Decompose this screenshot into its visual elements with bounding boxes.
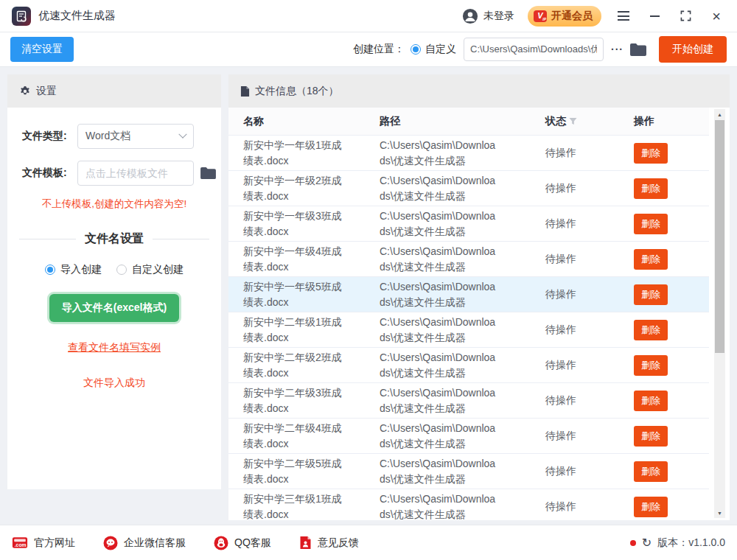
file-name-cell: 新安中学一年级5班成绩表.docx xyxy=(243,279,348,310)
delete-button[interactable]: 删除 xyxy=(634,461,668,482)
column-header-action: 操作 xyxy=(634,115,709,128)
feedback-link[interactable]: 意见反馈 xyxy=(299,536,359,550)
import-create-radio[interactable]: 导入创建 xyxy=(45,263,102,276)
clear-settings-button[interactable]: 清空设置 xyxy=(10,37,74,62)
delete-button[interactable]: 删除 xyxy=(634,391,668,411)
file-type-select[interactable]: Word文档 xyxy=(77,124,194,149)
maximize-button[interactable] xyxy=(677,7,694,25)
browse-ellipsis-button[interactable]: ··· xyxy=(611,43,624,55)
template-label: 文件模板: xyxy=(22,167,77,180)
file-type-value: Word文档 xyxy=(85,130,130,143)
table-scrollbar[interactable]: ▲ ▼ xyxy=(714,109,725,518)
file-path-cell: C:\Users\Qasim\Downloads\优速文件生成器 xyxy=(380,315,497,346)
version-label: 版本：v1.1.0.0 xyxy=(657,536,725,550)
delete-button[interactable]: 删除 xyxy=(634,355,668,376)
output-path-input[interactable] xyxy=(464,38,604,61)
table-row: 新安中学二年级5班成绩表.docx C:\Users\Qasim\Downloa… xyxy=(228,454,709,489)
file-type-label: 文件类型: xyxy=(22,130,77,143)
column-header-status[interactable]: 状态 xyxy=(545,115,634,128)
qq-icon xyxy=(214,536,228,550)
template-folder-button[interactable] xyxy=(200,167,217,180)
file-status-cell: 待操作 xyxy=(545,359,576,371)
file-path-cell: C:\Users\Qasim\Downloads\优速文件生成器 xyxy=(380,279,497,310)
open-folder-button[interactable] xyxy=(629,43,647,57)
table-row: 新安中学二年级2班成绩表.docx C:\Users\Qasim\Downloa… xyxy=(228,348,709,383)
file-name-cell: 新安中学二年级1班成绩表.docx xyxy=(243,315,348,346)
radio-unchecked-icon xyxy=(116,265,127,275)
delete-button[interactable]: 删除 xyxy=(634,320,668,340)
app-logo-icon xyxy=(12,7,31,26)
scroll-up-icon[interactable]: ▲ xyxy=(714,109,725,119)
app-title: 优速文件生成器 xyxy=(38,9,116,23)
table-row: 新安中学一年级1班成绩表.docx C:\Users\Qasim\Downloa… xyxy=(228,136,709,171)
custom-location-label: 自定义 xyxy=(425,43,456,56)
dot-com-icon: .com xyxy=(12,536,28,549)
table-row: 新安中学二年级1班成绩表.docx C:\Users\Qasim\Downloa… xyxy=(228,312,709,348)
table-row: 新安中学一年级3班成绩表.docx C:\Users\Qasim\Downloa… xyxy=(228,206,709,242)
file-path-cell: C:\Users\Qasim\Downloads\优速文件生成器 xyxy=(380,385,497,416)
open-vip-label: 开通会员 xyxy=(551,10,593,23)
template-upload-input[interactable] xyxy=(77,161,194,186)
wechat-icon xyxy=(103,536,118,550)
delete-button[interactable]: 删除 xyxy=(634,214,668,234)
file-status-cell: 待操作 xyxy=(545,394,576,406)
maximize-icon xyxy=(680,10,691,21)
custom-create-radio[interactable]: 自定义创建 xyxy=(116,263,184,276)
delete-button[interactable]: 删除 xyxy=(634,426,668,447)
filter-funnel-icon[interactable] xyxy=(569,117,577,125)
gear-icon xyxy=(19,85,31,97)
file-status-cell: 待操作 xyxy=(545,217,576,229)
minimize-button[interactable] xyxy=(646,7,663,25)
settings-panel-title: 设置 xyxy=(36,85,57,98)
official-website-link[interactable]: .com 官方网址 xyxy=(12,536,75,550)
scroll-down-icon[interactable]: ▼ xyxy=(714,508,725,518)
file-info-title: 文件信息（18个） xyxy=(255,85,339,98)
template-warning-text: 不上传模板,创建的文件内容为空! xyxy=(7,197,221,211)
login-status-label: 未登录 xyxy=(483,10,514,23)
file-path-cell: C:\Users\Qasim\Downloads\优速文件生成器 xyxy=(380,244,497,275)
delete-button[interactable]: 删除 xyxy=(634,178,668,199)
table-row: 新安中学一年级2班成绩表.docx C:\Users\Qasim\Downloa… xyxy=(228,171,709,206)
file-path-cell: C:\Users\Qasim\Downloads\优速文件生成器 xyxy=(380,138,497,169)
login-status[interactable]: 未登录 xyxy=(462,8,514,24)
feedback-label: 意见反馈 xyxy=(318,536,359,550)
official-website-label: 官方网址 xyxy=(34,536,75,550)
folder-icon xyxy=(200,167,217,180)
file-name-cell: 新安中学二年级4班成绩表.docx xyxy=(243,421,348,452)
file-info-panel: 文件信息（18个） 名称 路径 状态 操作 新安中学一年级1班成绩表.docx … xyxy=(228,74,730,520)
scrollbar-thumb[interactable] xyxy=(715,120,724,353)
vip-icon: V IP xyxy=(534,10,547,22)
file-name-cell: 新安中学一年级1班成绩表.docx xyxy=(243,138,348,169)
status-dot-icon xyxy=(630,540,636,546)
column-header-path: 路径 xyxy=(380,115,545,128)
file-name-cell: 新安中学二年级5班成绩表.docx xyxy=(243,456,348,487)
filename-example-link[interactable]: 查看文件名填写实例 xyxy=(7,341,221,354)
wechat-support-link[interactable]: 企业微信客服 xyxy=(103,536,186,550)
hamburger-icon xyxy=(618,11,629,21)
footer: .com 官方网址 企业微信客服 QQ客服 xyxy=(0,525,737,560)
file-path-cell: C:\Users\Qasim\Downloads\优速文件生成器 xyxy=(380,209,497,239)
delete-button[interactable]: 删除 xyxy=(634,249,668,270)
table-header-row: 名称 路径 状态 操作 xyxy=(228,108,709,136)
file-name-cell: 新安中学二年级3班成绩表.docx xyxy=(243,385,348,416)
file-name-cell: 新安中学一年级3班成绩表.docx xyxy=(243,209,348,239)
file-path-cell: C:\Users\Qasim\Downloads\优速文件生成器 xyxy=(380,173,497,204)
start-create-button[interactable]: 开始创建 xyxy=(659,36,727,63)
close-button[interactable]: × xyxy=(708,7,725,25)
open-vip-button[interactable]: V IP 开通会员 xyxy=(528,6,601,27)
file-name-cell: 新安中学三年级1班成绩表.docx xyxy=(243,491,348,521)
file-status-cell: 待操作 xyxy=(545,500,576,512)
delete-button[interactable]: 删除 xyxy=(634,143,668,164)
import-filenames-button[interactable]: 导入文件名(excel格式) xyxy=(49,294,179,322)
filename-section-title: 文件名设置 xyxy=(85,231,144,247)
menu-button[interactable] xyxy=(615,7,632,25)
titlebar: 优速文件生成器 未登录 V IP 开通会员 xyxy=(0,0,737,32)
refresh-icon[interactable]: ↻ xyxy=(642,537,652,549)
file-status-cell: 待操作 xyxy=(545,253,576,265)
file-name-cell: 新安中学一年级2班成绩表.docx xyxy=(243,173,348,204)
delete-button[interactable]: 删除 xyxy=(634,497,668,517)
table-row: 新安中学二年级3班成绩表.docx C:\Users\Qasim\Downloa… xyxy=(228,383,709,419)
custom-location-radio[interactable]: 自定义 xyxy=(411,43,456,56)
qq-support-link[interactable]: QQ客服 xyxy=(214,536,271,550)
delete-button[interactable]: 删除 xyxy=(634,284,668,305)
